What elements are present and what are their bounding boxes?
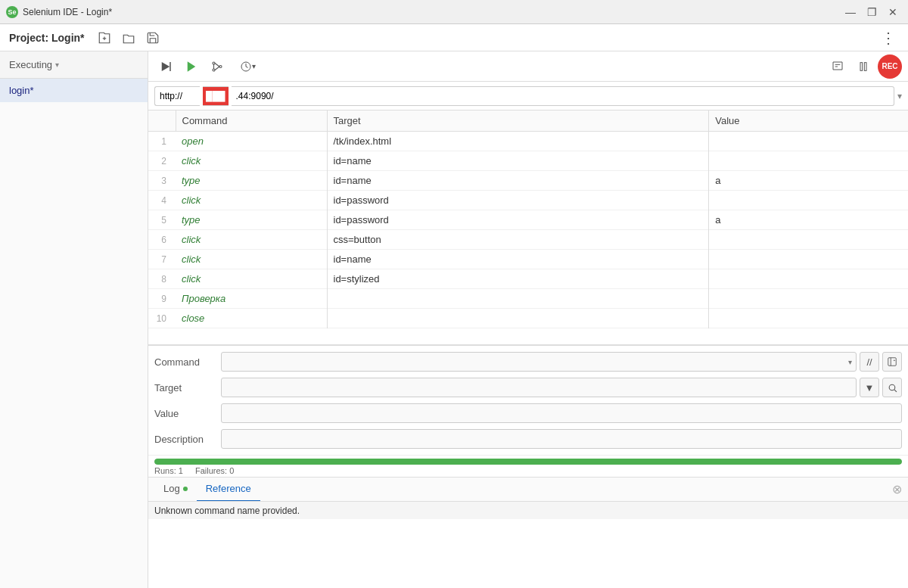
target-label: Target <box>154 382 215 394</box>
tab-bar-collapse[interactable]: ⊗ <box>892 482 902 496</box>
row-value <box>709 289 908 309</box>
content-area: ▾ REC █ <box>148 51 908 588</box>
value-input[interactable] <box>221 403 902 423</box>
project-label: Project: Login* <box>9 32 85 44</box>
row-command: click <box>176 230 327 250</box>
minimize-button[interactable]: — <box>841 3 860 21</box>
col-num <box>148 110 176 132</box>
command-row: Command ▾ // <box>154 350 902 373</box>
value-label: Value <box>154 408 215 419</box>
command-table-container[interactable]: Command Target Value 1open/tk/index.html… <box>148 110 908 345</box>
tab-bar-left: Log Reference <box>154 478 260 502</box>
url-bar: ███ ▾ <box>148 82 908 110</box>
table-row[interactable]: 4clickid=password <box>148 191 908 210</box>
tab-reference[interactable]: Reference <box>197 478 260 502</box>
table-row[interactable]: 5typeid=passworda <box>148 210 908 230</box>
table-row[interactable]: 6clickcss=button <box>148 230 908 250</box>
description-input[interactable] <box>221 429 902 449</box>
step-over-button[interactable] <box>154 55 177 78</box>
open-project-button[interactable] <box>118 27 139 48</box>
branch-button[interactable] <box>206 55 229 78</box>
svg-point-7 <box>219 65 222 67</box>
toolbar-right: REC <box>826 54 902 79</box>
more-options-button[interactable]: ⋮ <box>878 26 899 50</box>
row-command: Проверка <box>176 289 327 309</box>
window-title: Selenium IDE - Login* <box>23 7 112 17</box>
url-input-suffix[interactable] <box>232 86 894 106</box>
sidebar-item-login[interactable]: login* <box>0 79 148 102</box>
svg-line-9 <box>215 63 219 67</box>
command-select[interactable] <box>221 352 857 372</box>
row-target: id=password <box>327 191 709 210</box>
row-command: close <box>176 309 327 328</box>
row-target: id=stylized <box>327 269 709 289</box>
sidebar-header[interactable]: Executing ▾ <box>0 51 148 79</box>
pause-button[interactable] <box>852 55 875 78</box>
form-section: Command ▾ // <box>148 346 908 455</box>
toolbar: ▾ REC <box>148 51 908 82</box>
row-num: 7 <box>148 250 176 269</box>
value-input-wrapper <box>221 403 902 423</box>
table-row[interactable]: 10close <box>148 309 908 328</box>
executing-label: Executing <box>9 59 52 70</box>
row-target: id=name <box>327 171 709 191</box>
row-value <box>709 269 908 289</box>
table-row[interactable]: 1open/tk/index.html <box>148 132 908 151</box>
row-num: 3 <box>148 171 176 191</box>
row-num: 1 <box>148 132 176 151</box>
command-table: Command Target Value 1open/tk/index.html… <box>148 110 908 345</box>
app-logo: Se <box>6 6 18 18</box>
progress-bar-fill <box>154 459 902 465</box>
open-reference-button[interactable] <box>882 352 902 372</box>
failures-stat: Failures: 0 <box>195 466 234 475</box>
play-button[interactable] <box>180 55 203 78</box>
row-command: click <box>176 151 327 171</box>
target-search-button[interactable] <box>882 378 902 397</box>
disable-button[interactable] <box>826 55 849 78</box>
menu-bar-left: Project: Login* <box>9 27 163 48</box>
save-button[interactable] <box>142 27 163 48</box>
table-row[interactable]: 9Проверка <box>148 289 908 309</box>
command-label: Command <box>154 356 215 368</box>
progress-bar-container <box>154 459 902 465</box>
record-button[interactable]: REC <box>878 54 902 79</box>
title-bar: Se Selenium IDE - Login* — ❐ ✕ <box>0 0 908 24</box>
tab-bar: Log Reference ⊗ <box>148 477 908 501</box>
maximize-button[interactable]: ❐ <box>863 3 881 21</box>
target-input[interactable] <box>221 378 857 397</box>
tab-log[interactable]: Log <box>154 478 197 502</box>
row-num: 6 <box>148 230 176 250</box>
progress-stats: Runs: 1 Failures: 0 <box>154 466 902 475</box>
url-input[interactable] <box>154 86 200 106</box>
edit-command-button[interactable]: // <box>860 352 879 372</box>
row-value <box>709 132 908 151</box>
table-row[interactable]: 8clickid=stylized <box>148 269 908 289</box>
row-num: 10 <box>148 309 176 328</box>
new-project-button[interactable] <box>94 27 115 48</box>
close-button[interactable]: ✕ <box>884 3 902 21</box>
svg-point-19 <box>889 384 895 390</box>
row-target: css=button <box>327 230 709 250</box>
executing-arrow: ▾ <box>55 61 59 69</box>
row-num: 5 <box>148 210 176 230</box>
speed-button[interactable]: ▾ <box>232 55 263 78</box>
status-bar: Unknown command name provided. <box>148 501 908 519</box>
main-layout: Executing ▾ login* <box>0 51 908 588</box>
url-dropdown-arrow[interactable]: ▾ <box>897 91 902 101</box>
target-input-wrapper: ▼ <box>221 378 902 397</box>
table-row[interactable]: 7clickid=name <box>148 250 908 269</box>
svg-marker-12 <box>833 62 842 70</box>
target-select-button[interactable]: ▼ <box>860 378 879 397</box>
row-command: type <box>176 171 327 191</box>
table-row[interactable]: 3typeid=namea <box>148 171 908 191</box>
row-command: click <box>176 250 327 269</box>
col-command: Command <box>176 110 327 132</box>
log-dot <box>183 487 188 491</box>
runs-stat: Runs: 1 <box>154 466 183 475</box>
svg-rect-15 <box>860 62 863 70</box>
svg-marker-4 <box>188 61 196 72</box>
row-value <box>709 250 908 269</box>
table-row[interactable]: 2clickid=name <box>148 151 908 171</box>
title-bar-left: Se Selenium IDE - Login* <box>6 6 112 18</box>
value-row: Value <box>154 402 902 425</box>
